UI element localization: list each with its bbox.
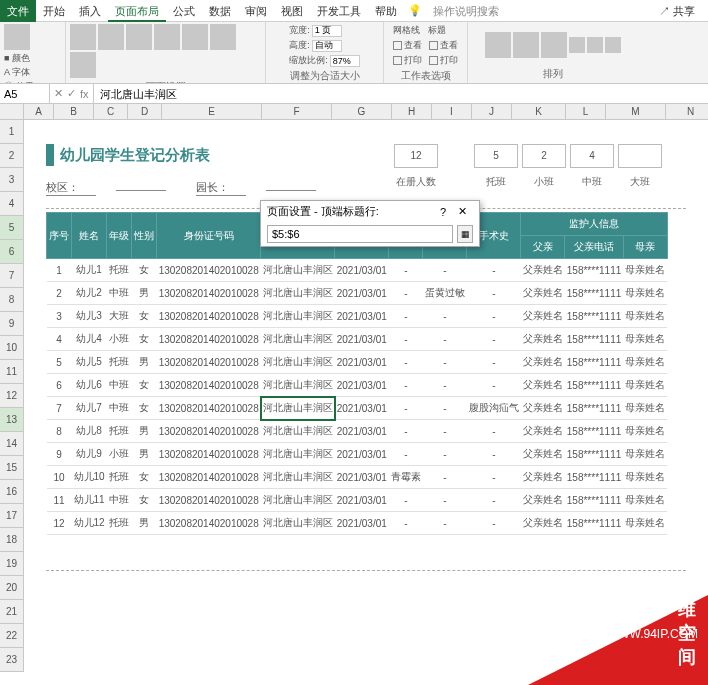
dialog-range-picker-icon[interactable]: ▦ bbox=[457, 225, 473, 243]
col-header-G[interactable]: G bbox=[332, 104, 392, 120]
col-header-B[interactable]: B bbox=[54, 104, 94, 120]
row-header-5[interactable]: 5 bbox=[0, 216, 24, 240]
head-view-check[interactable] bbox=[429, 41, 438, 50]
row-header-8[interactable]: 8 bbox=[0, 288, 24, 312]
row-header-13[interactable]: 13 bbox=[0, 408, 24, 432]
dialog-close-icon[interactable]: ✕ bbox=[452, 205, 473, 218]
summary-c2: 2 bbox=[522, 144, 566, 168]
table-row[interactable]: 3幼儿3大班女130208201402010028河北唐山丰润区2021/03/… bbox=[47, 305, 668, 328]
row-header-14[interactable]: 14 bbox=[0, 432, 24, 456]
grid-view-check[interactable] bbox=[393, 41, 402, 50]
watermark-text: IT运维空间 bbox=[678, 552, 696, 669]
row-header-11[interactable]: 11 bbox=[0, 360, 24, 384]
table-row[interactable]: 8幼儿8托班男130208201402010028河北唐山丰润区2021/03/… bbox=[47, 420, 668, 443]
row-header-9[interactable]: 9 bbox=[0, 312, 24, 336]
table-row[interactable]: 5幼儿5托班男130208201402010028河北唐山丰润区2021/03/… bbox=[47, 351, 668, 374]
col-header-D[interactable]: D bbox=[128, 104, 162, 120]
orientation-icon[interactable] bbox=[98, 24, 124, 50]
scale-pct-label: 缩放比例: bbox=[289, 54, 328, 67]
share-button[interactable]: ↗ 共享 bbox=[652, 0, 702, 22]
table-row[interactable]: 4幼儿4小班女130208201402010028河北唐山丰润区2021/03/… bbox=[47, 328, 668, 351]
row-header-17[interactable]: 17 bbox=[0, 504, 24, 528]
tab-review[interactable]: 审阅 bbox=[238, 0, 274, 22]
fx-icon[interactable]: fx bbox=[80, 88, 89, 100]
head-print-check[interactable] bbox=[429, 56, 438, 65]
scale-pct[interactable] bbox=[330, 55, 360, 67]
dialog-range-input[interactable] bbox=[267, 225, 453, 243]
row-header-19[interactable]: 19 bbox=[0, 552, 24, 576]
row-header-18[interactable]: 18 bbox=[0, 528, 24, 552]
fb-cancel-icon[interactable]: ✕ bbox=[54, 87, 63, 100]
row-header-15[interactable]: 15 bbox=[0, 456, 24, 480]
background-icon[interactable] bbox=[210, 24, 236, 50]
col-header-N[interactable]: N bbox=[666, 104, 708, 120]
summary-count-label: 在册人数 bbox=[394, 172, 438, 192]
row-header-10[interactable]: 10 bbox=[0, 336, 24, 360]
row-header-21[interactable]: 21 bbox=[0, 600, 24, 624]
table-row[interactable]: 6幼儿6中班女130208201402010028河北唐山丰润区2021/03/… bbox=[47, 374, 668, 397]
tab-page-layout[interactable]: 页面布局 bbox=[108, 0, 166, 22]
tab-help[interactable]: 帮助 bbox=[368, 0, 404, 22]
theme-fonts[interactable]: A 字体 bbox=[4, 66, 34, 79]
table-row[interactable]: 10幼儿10托班女130208201402010028河北唐山丰润区2021/0… bbox=[47, 466, 668, 489]
size-icon[interactable] bbox=[126, 24, 152, 50]
themes-icon[interactable] bbox=[4, 24, 30, 50]
grid-print-check[interactable] bbox=[393, 56, 402, 65]
margins-icon[interactable] bbox=[70, 24, 96, 50]
row-header-12[interactable]: 12 bbox=[0, 384, 24, 408]
dialog-help-icon[interactable]: ? bbox=[434, 206, 452, 218]
table-row[interactable]: 1幼儿1托班女130208201402010028河北唐山丰润区2021/03/… bbox=[47, 259, 668, 282]
tab-formula[interactable]: 公式 bbox=[166, 0, 202, 22]
name-box[interactable]: A5 bbox=[0, 84, 50, 103]
print-titles-icon[interactable] bbox=[70, 52, 96, 78]
row-header-16[interactable]: 16 bbox=[0, 480, 24, 504]
row-header-20[interactable]: 20 bbox=[0, 576, 24, 600]
formula-input[interactable]: 河北唐山丰润区 bbox=[94, 84, 708, 103]
table-row[interactable]: 7幼儿7中班女130208201402010028河北唐山丰润区2021/03/… bbox=[47, 397, 668, 420]
tab-view[interactable]: 视图 bbox=[274, 0, 310, 22]
col-header-H[interactable]: H bbox=[392, 104, 432, 120]
row-header-3[interactable]: 3 bbox=[0, 168, 24, 192]
fb-confirm-icon[interactable]: ✓ bbox=[67, 87, 76, 100]
table-row[interactable]: 2幼儿2中班男130208201402010028河北唐山丰润区2021/03/… bbox=[47, 282, 668, 305]
tell-me[interactable]: 操作说明搜索 bbox=[426, 0, 506, 22]
scale-width[interactable] bbox=[312, 25, 342, 37]
col-header-I[interactable]: I bbox=[432, 104, 472, 120]
theme-colors[interactable]: ■ 颜色 bbox=[4, 52, 34, 65]
col-header-F[interactable]: F bbox=[262, 104, 332, 120]
align-icon[interactable] bbox=[569, 37, 585, 53]
row-header-4[interactable]: 4 bbox=[0, 192, 24, 216]
col-header-K[interactable]: K bbox=[512, 104, 566, 120]
row-header-1[interactable]: 1 bbox=[0, 120, 24, 144]
col-header-M[interactable]: M bbox=[606, 104, 666, 120]
selection-pane-icon[interactable] bbox=[541, 32, 567, 58]
rotate-icon[interactable] bbox=[605, 37, 621, 53]
scale-height[interactable] bbox=[312, 40, 342, 52]
send-backward-icon[interactable] bbox=[513, 32, 539, 58]
col-header-J[interactable]: J bbox=[472, 104, 512, 120]
tab-data[interactable]: 数据 bbox=[202, 0, 238, 22]
select-all-corner[interactable] bbox=[0, 104, 24, 120]
row-header-22[interactable]: 22 bbox=[0, 624, 24, 648]
theme-effects[interactable]: ◎ 效果 bbox=[4, 80, 34, 84]
col-header-E[interactable]: E bbox=[162, 104, 262, 120]
table-row[interactable]: 11幼儿11中班女130208201402010028河北唐山丰润区2021/0… bbox=[47, 489, 668, 512]
bring-forward-icon[interactable] bbox=[485, 32, 511, 58]
row-header-2[interactable]: 2 bbox=[0, 144, 24, 168]
tab-dev[interactable]: 开发工具 bbox=[310, 0, 368, 22]
breaks-icon[interactable] bbox=[182, 24, 208, 50]
table-row[interactable]: 12幼儿12托班男130208201402010028河北唐山丰润区2021/0… bbox=[47, 512, 668, 535]
col-header-A[interactable]: A bbox=[24, 104, 54, 120]
print-area-icon[interactable] bbox=[154, 24, 180, 50]
tab-file[interactable]: 文件 bbox=[0, 0, 36, 22]
col-header-C[interactable]: C bbox=[94, 104, 128, 120]
col-header-L[interactable]: L bbox=[566, 104, 606, 120]
row-header-23[interactable]: 23 bbox=[0, 648, 24, 672]
table-row[interactable]: 9幼儿9小班男130208201402010028河北唐山丰润区2021/03/… bbox=[47, 443, 668, 466]
tab-insert[interactable]: 插入 bbox=[72, 0, 108, 22]
student-table: 序号姓名年级性别身份证号码手术史监护人信息父亲父亲电话母亲1幼儿1托班女1302… bbox=[46, 212, 668, 535]
tab-home[interactable]: 开始 bbox=[36, 0, 72, 22]
row-header-6[interactable]: 6 bbox=[0, 240, 24, 264]
row-header-7[interactable]: 7 bbox=[0, 264, 24, 288]
group-icon[interactable] bbox=[587, 37, 603, 53]
